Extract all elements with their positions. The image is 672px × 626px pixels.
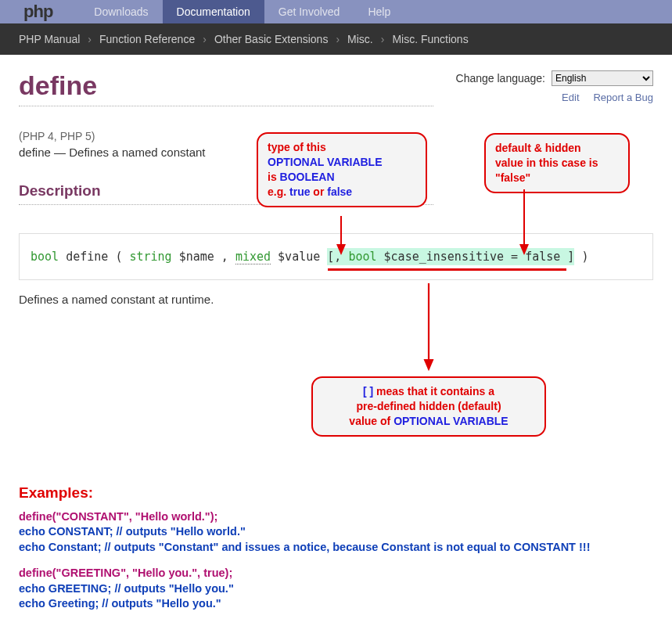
edit-link[interactable]: Edit	[562, 92, 579, 103]
example-line: echo Greeting; // outputs "Hello you."	[19, 596, 653, 612]
optional-param-highlight: [, bool $case_insensitive = false ]	[327, 248, 574, 265]
nav-downloads[interactable]: Downloads	[80, 0, 162, 23]
language-label: Change language:	[456, 72, 545, 85]
sig-p3-name: $case_insensitive	[384, 250, 505, 264]
annotation-default-false: default & hidden value in this case is "…	[484, 133, 630, 193]
crumb-sep-icon: ›	[336, 33, 340, 45]
annotation-brackets-meaning: [ ] meas that it contains a pre-defined …	[311, 376, 546, 437]
crumb-manual[interactable]: PHP Manual	[19, 33, 80, 45]
sig-p1-name: $name	[179, 250, 214, 264]
report-bug-link[interactable]: Report a Bug	[593, 92, 653, 103]
examples-section: Examples: define("CONSTANT", "Hello worl…	[0, 475, 672, 620]
page-title: define	[19, 70, 433, 106]
crumb-func-ref[interactable]: Function Reference	[99, 33, 195, 45]
examples-heading: Examples:	[19, 483, 653, 503]
php-logo: php	[23, 2, 52, 22]
sig-return-type: bool	[31, 250, 59, 264]
crumb-other-basic[interactable]: Other Basic Extensions	[214, 33, 329, 45]
language-select[interactable]: English	[552, 70, 653, 86]
sig-p3-type: bool	[348, 250, 376, 264]
crumb-sep-icon: ›	[203, 33, 207, 45]
crumb-misc-funcs[interactable]: Misc. Functions	[392, 33, 468, 45]
crumb-sep-icon: ›	[381, 33, 385, 45]
runtime-description: Defines a named constant at runtime.	[19, 293, 653, 306]
function-signature: bool define ( string $name , mixed $valu…	[19, 233, 653, 280]
sig-func-name: define	[66, 250, 108, 264]
example-line: echo GREETING; // outputs "Hello you."	[19, 581, 653, 597]
underline-marker	[328, 268, 566, 271]
sig-p2-name: $value	[278, 250, 320, 264]
sig-p1-type: string	[129, 250, 171, 264]
example-line: echo Constant; // outputs "Constant" and…	[19, 540, 653, 556]
breadcrumb: PHP Manual › Function Reference › Other …	[0, 23, 672, 55]
nav-help[interactable]: Help	[354, 0, 404, 23]
nav-get-involved[interactable]: Get Involved	[264, 0, 354, 23]
page-tools: Change language: English Edit Report a B…	[456, 70, 653, 103]
crumb-sep-icon: ›	[88, 33, 92, 45]
nav-documentation[interactable]: Documentation	[163, 0, 264, 23]
example-line: echo CONSTANT; // outputs "Hello world."	[19, 524, 653, 540]
main-content: Change language: English Edit Report a B…	[0, 55, 672, 475]
crumb-misc[interactable]: Misc.	[347, 33, 373, 45]
top-nav: php Downloads Documentation Get Involved…	[0, 0, 672, 23]
annotation-type-boolean: type of this OPTIONAL VARIABLE is BOOLEA…	[257, 132, 427, 207]
sig-p3-default: false	[525, 250, 560, 264]
example-line: define("GREETING", "Hello you.", true);	[19, 566, 653, 581]
example-line: define("CONSTANT", "Hello world.");	[19, 509, 653, 525]
sig-p2-type: mixed	[235, 250, 271, 264]
